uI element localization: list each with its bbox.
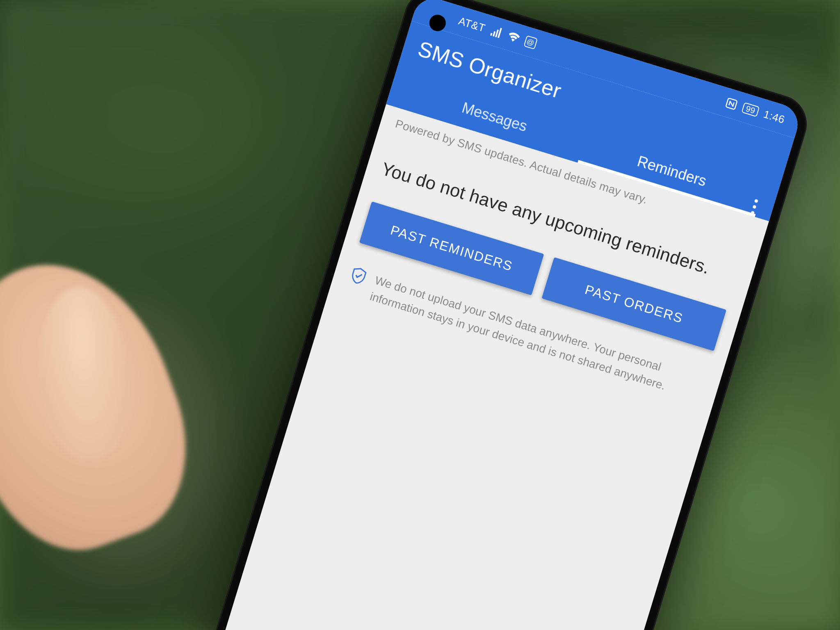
shield-check-icon bbox=[347, 265, 370, 289]
battery-level: 99 bbox=[745, 104, 756, 115]
clock: 1:46 bbox=[762, 107, 786, 126]
cellular-signal-icon bbox=[488, 24, 504, 39]
nfc-icon bbox=[724, 96, 739, 111]
carrier-label: AT&T bbox=[457, 14, 487, 34]
at-sign-icon: @ bbox=[523, 35, 538, 50]
wifi-icon bbox=[506, 30, 521, 45]
battery-indicator: 99 bbox=[742, 102, 760, 117]
